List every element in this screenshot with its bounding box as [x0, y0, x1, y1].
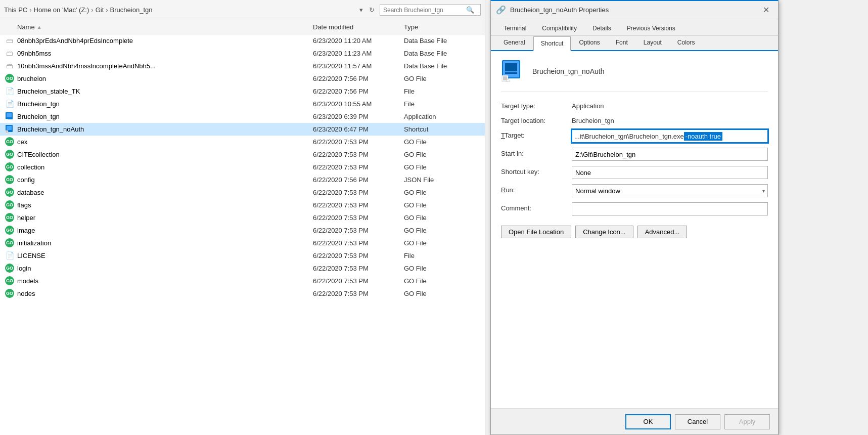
file-name-cell: Brucheion_tgn_noAuth [5, 124, 313, 134]
file-name: Brucheion_tgn [17, 100, 60, 108]
table-row[interactable]: 🗃 10nbh3mssAndNbh4mssIncompleteAndNbh5..… [0, 60, 485, 72]
file-date: 6/22/2020 7:53 PM [313, 138, 404, 146]
blank-icon: 📄 [5, 86, 14, 96]
target-location-value: Brucheion_tgn [572, 115, 614, 124]
tab-layout[interactable]: Layout [636, 35, 669, 50]
tab-colors[interactable]: Colors [670, 35, 703, 50]
table-row[interactable]: GO nodes 6/22/2020 7:53 PM GO File [0, 287, 485, 300]
table-row[interactable]: GO collection 6/22/2020 7:53 PM GO File [0, 161, 485, 173]
advanced-button[interactable]: Advanced... [637, 226, 688, 238]
tab-previous-versions[interactable]: Previous Versions [619, 21, 683, 35]
cancel-button[interactable]: Cancel [675, 414, 720, 429]
go-icon: GO [5, 276, 14, 285]
tab-terminal[interactable]: Terminal [496, 21, 534, 35]
file-name-cell: GO flags [5, 200, 313, 209]
file-date: 6/22/2020 7:53 PM [313, 290, 404, 297]
file-type: GO File [404, 227, 480, 234]
file-type: GO File [404, 239, 480, 247]
table-row[interactable]: GO image 6/22/2020 7:53 PM GO File [0, 224, 485, 237]
file-name-cell: 🗃 08nbh3prEdsAndNbh4prEdsIncomplete [5, 36, 313, 45]
change-icon-button[interactable]: Change Icon... [575, 226, 633, 238]
file-type: JSON File [404, 176, 480, 184]
file-type: Shortcut [404, 125, 480, 133]
apply-button[interactable]: Apply [724, 414, 770, 429]
file-name-cell: GO initialization [5, 238, 313, 247]
tab-details[interactable]: Details [585, 21, 619, 35]
file-name-cell: GO login [5, 264, 313, 273]
file-date: 6/22/2020 7:56 PM [313, 176, 404, 184]
ok-button[interactable]: OK [625, 414, 671, 429]
file-name-cell: GO models [5, 276, 313, 285]
search-box[interactable]: 🔍 [380, 4, 481, 16]
file-name: models [17, 277, 38, 285]
table-row[interactable]: GO login 6/22/2020 7:53 PM GO File [0, 262, 485, 275]
run-label: Run: [501, 184, 567, 194]
table-row[interactable]: Brucheion_tgn 6/23/2020 6:39 PM Applicat… [0, 110, 485, 123]
tab-general[interactable]: General [496, 35, 533, 50]
file-date: 6/22/2020 7:53 PM [313, 189, 404, 196]
shortcut-display-name: Brucheion_tgn_noAuth [532, 67, 604, 75]
breadcrumb-this-pc[interactable]: This PC [4, 6, 27, 14]
table-row[interactable]: GO initialization 6/22/2020 7:53 PM GO F… [0, 237, 485, 249]
table-row[interactable]: GO config 6/22/2020 7:56 PM JSON File [0, 173, 485, 186]
breadcrumb-mac[interactable]: Home on 'Mac' (Z:) [34, 6, 89, 14]
properties-dialog: 🔗 Brucheion_tgn_noAuth Properties ✕ Term… [490, 0, 779, 435]
file-type: Data Base File [404, 62, 480, 70]
refresh-btn[interactable]: ↻ [367, 5, 377, 15]
file-type: GO File [404, 265, 480, 272]
file-explorer: This PC › Home on 'Mac' (Z:) › Git › Bru… [0, 0, 485, 435]
table-row[interactable]: GO CITEcollection 6/22/2020 7:53 PM GO F… [0, 148, 485, 161]
table-row[interactable]: GO models 6/22/2020 7:53 PM GO File [0, 275, 485, 287]
file-name-cell: GO cex [5, 137, 313, 146]
breadcrumb-current[interactable]: Brucheion_tgn [110, 6, 153, 14]
file-date: 6/23/2020 11:57 AM [313, 62, 404, 70]
tab-shortcut[interactable]: Shortcut [533, 36, 571, 51]
table-row[interactable]: GO brucheion 6/22/2020 7:56 PM GO File [0, 72, 485, 85]
app-icon [5, 112, 14, 121]
breadcrumb-sep-3: › [106, 6, 108, 14]
dialog-content: Brucheion_tgn_noAuth Target type: Applic… [491, 51, 778, 408]
table-row[interactable]: GO database 6/22/2020 7:53 PM GO File [0, 186, 485, 199]
file-name: collection [17, 163, 44, 171]
dialog-close-button[interactable]: ✕ [759, 3, 773, 17]
search-input[interactable] [383, 7, 464, 14]
file-type: GO File [404, 201, 480, 209]
table-row[interactable]: 🗃 08nbh3prEdsAndNbh4prEdsIncomplete 6/23… [0, 34, 485, 47]
table-row[interactable]: 📄 Brucheion_stable_TK 6/22/2020 7:56 PM … [0, 85, 485, 98]
table-row[interactable]: Brucheion_tgn_noAuth 6/23/2020 6:47 PM S… [0, 123, 485, 136]
table-row[interactable]: 📄 Brucheion_tgn 6/23/2020 10:55 AM File [0, 98, 485, 110]
tab-options[interactable]: Options [571, 35, 607, 50]
file-name-cell: 🗃 09nbh5mss [5, 49, 313, 58]
tab-font[interactable]: Font [608, 35, 635, 50]
svg-rect-1 [7, 113, 12, 117]
file-name-cell: GO nodes [5, 289, 313, 298]
table-row[interactable]: 📄 LICENSE 6/22/2020 7:53 PM File [0, 249, 485, 262]
go-icon: GO [5, 162, 14, 171]
go-icon: GO [5, 213, 14, 222]
address-controls: ▾ ↻ [357, 5, 377, 15]
comment-input[interactable] [572, 202, 768, 215]
tab-compatibility[interactable]: Compatibility [534, 21, 584, 35]
table-row[interactable]: GO helper 6/22/2020 7:53 PM GO File [0, 211, 485, 224]
file-list-container[interactable]: Name ▲ Date modified Type 🗃 08nbh3prEdsA… [0, 20, 485, 435]
breadcrumb-git[interactable]: Git [96, 6, 104, 14]
file-type: File [404, 252, 480, 259]
file-type: File [404, 100, 480, 108]
file-name-cell: GO collection [5, 162, 313, 171]
dropdown-arrow-btn[interactable]: ▾ [357, 5, 365, 15]
form-row-target-type: Target type: Application [501, 100, 768, 110]
table-row[interactable]: GO flags 6/22/2020 7:53 PM GO File [0, 199, 485, 211]
action-buttons: Open File Location Change Icon... Advanc… [501, 226, 768, 238]
target-input[interactable]: ...it\Brucheion_tgn\Brucheion_tgn.exe-no… [572, 129, 768, 143]
start-in-input[interactable] [572, 148, 768, 161]
table-row[interactable]: GO cex 6/22/2020 7:53 PM GO File [0, 136, 485, 148]
open-file-location-button[interactable]: Open File Location [501, 226, 571, 238]
shortcut-key-input[interactable] [572, 166, 768, 179]
target-type-label: Target type: [501, 100, 567, 110]
file-type: GO File [404, 189, 480, 196]
go-icon: GO [5, 200, 14, 209]
run-select[interactable]: Normal window Minimized Maximized [572, 184, 768, 197]
file-name: cex [17, 138, 27, 146]
table-row[interactable]: 🗃 09nbh5mss 6/23/2020 11:23 AM Data Base… [0, 47, 485, 60]
comment-label: Comment: [501, 202, 567, 212]
